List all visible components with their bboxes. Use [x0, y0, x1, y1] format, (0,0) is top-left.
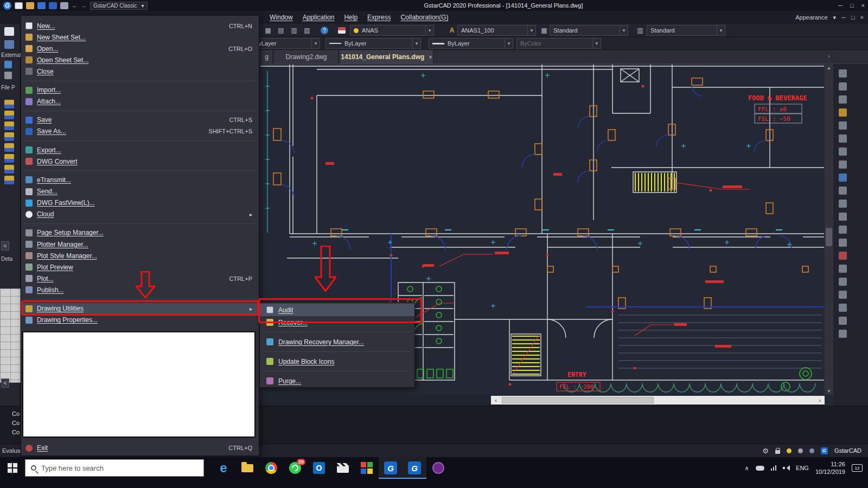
mdi-close-button[interactable]: × [860, 14, 864, 21]
open-icon[interactable] [26, 2, 34, 9]
scroll-down-icon[interactable]: ▼ [825, 387, 833, 395]
new-icon[interactable] [15, 2, 23, 9]
plot-icon[interactable] [60, 2, 68, 9]
gstarcad-logo-icon[interactable]: G [3, 2, 11, 10]
menu-item-export[interactable]: Export... [21, 144, 259, 156]
isolate-icon[interactable] [798, 448, 803, 453]
menu-item-cloud[interactable]: Cloud▸ [21, 209, 259, 220]
dim-style-icon[interactable]: ▦ [539, 25, 550, 36]
mdi-minimize-button[interactable]: ─ [841, 14, 846, 21]
minimize-button[interactable]: ─ [838, 2, 843, 9]
right-tool-icon[interactable] [839, 160, 847, 169]
right-tool-icon[interactable] [839, 121, 847, 130]
collapse-panel2-button[interactable]: < [1, 378, 9, 388]
menu-item-page-setup-manager[interactable]: Page Setup Manager... [21, 227, 259, 239]
notification-center-icon[interactable]: 12 [852, 464, 863, 472]
layers-icon[interactable] [4, 40, 14, 49]
detail-table[interactable] [0, 288, 21, 383]
menu-item-dwg-convert[interactable]: DWG Convert [21, 156, 259, 167]
right-tool-icon[interactable] [839, 317, 847, 325]
tab-drawing2[interactable]: Drawing2.dwg [275, 50, 339, 64]
right-tool-icon[interactable] [839, 147, 847, 156]
right-tool-icon[interactable] [839, 200, 847, 208]
save-as-icon[interactable] [49, 2, 57, 9]
menu-item-open[interactable]: Open...CTRL+O [21, 43, 259, 54]
xref-item-icon[interactable] [4, 100, 14, 108]
xref-item-icon[interactable] [4, 111, 14, 119]
xref-item-icon[interactable] [4, 132, 14, 141]
right-tool-icon[interactable] [839, 174, 847, 182]
layer-combo[interactable]: ANAS ▾ [350, 25, 434, 36]
right-tool-icon[interactable] [839, 108, 847, 117]
menu-item-open-sheet-set[interactable]: Open Sheet Set... [21, 54, 259, 66]
menu-item-publish[interactable]: Publish... [21, 284, 259, 296]
plot-style-combo[interactable]: ByColor ▾ [516, 38, 601, 49]
right-tool-icon[interactable] [839, 252, 847, 260]
right-tool-icon[interactable] [839, 213, 847, 221]
tab-general-plans[interactable]: 141014_General Plans.dwg × [340, 50, 433, 64]
vertical-scrollbar[interactable]: ▲ ▼ [825, 64, 833, 395]
menu-item-send[interactable]: Send... [21, 186, 259, 197]
xref-item-icon[interactable] [4, 165, 14, 174]
menu-collaboration[interactable]: Collaboration(G) [395, 14, 453, 21]
collapse-panel-button[interactable]: < [1, 241, 9, 251]
menu-item-save-as[interactable]: Save As...SHIFT+CTRL+S [21, 126, 259, 137]
tab-close-icon[interactable]: × [429, 54, 432, 60]
menu-item-plot-style-manager[interactable]: Plot Style Manager... [21, 250, 259, 261]
appearance-menu[interactable]: Appearance [795, 14, 827, 21]
redo-icon[interactable]: → [81, 2, 87, 9]
save-icon[interactable] [37, 2, 46, 9]
external-ref2-icon[interactable] [4, 72, 12, 79]
submenu-item-recover[interactable]: Recover... [260, 316, 414, 329]
text-style-icon[interactable]: A [446, 25, 457, 36]
right-tool-icon[interactable] [839, 95, 847, 104]
horizontal-scrollbar[interactable]: ‹ › [491, 396, 825, 404]
right-tool-icon[interactable] [839, 187, 847, 195]
menu-express[interactable]: Express [362, 14, 395, 21]
language-indicator[interactable]: ENG [796, 465, 809, 471]
volume-icon[interactable] [783, 465, 789, 471]
help-icon[interactable]: ? [319, 25, 330, 36]
submenu-item-purge[interactable]: Purge... [260, 375, 414, 387]
tray-chevron-icon[interactable]: ∧ [745, 465, 749, 472]
menu-item-dwg-fastview[interactable]: DWG FastView(L)... [21, 197, 259, 209]
table-style-icon[interactable]: ▥ [635, 25, 646, 36]
quik-icon[interactable] [426, 457, 450, 479]
right-tool-icon[interactable] [839, 278, 847, 286]
undo-icon[interactable]: ← [72, 2, 78, 9]
right-tool-icon[interactable] [839, 265, 847, 273]
bulb-icon[interactable] [787, 448, 792, 453]
linetype-combo[interactable]: ByLayer ▾ [326, 38, 421, 49]
gstarcad-taskbar-icon-1[interactable]: G [379, 457, 403, 479]
edge-icon[interactable]: e [212, 457, 235, 479]
scroll-left-icon[interactable]: ‹ [491, 396, 501, 404]
start-button[interactable] [0, 457, 25, 479]
submenu-item-audit[interactable]: Audit [260, 304, 414, 316]
menu-item-save[interactable]: SaveCTRL+S [21, 114, 259, 126]
xref-item-icon[interactable] [4, 176, 14, 184]
video-editor-icon[interactable] [331, 457, 355, 479]
right-tool-icon[interactable] [839, 291, 847, 299]
file-explorer-icon[interactable] [235, 457, 259, 479]
clean-screen-icon[interactable] [809, 448, 814, 453]
text-style-combo[interactable]: ANAS1_100 ▾ [457, 25, 536, 36]
sheet-set-manager-icon[interactable]: ▥ [289, 25, 299, 36]
dim-style-combo[interactable]: Standard ▾ [550, 25, 628, 36]
vertical-scroll-thumb[interactable] [826, 228, 832, 246]
menu-item-new[interactable]: New...CTRL+N [21, 20, 259, 31]
layer-properties-icon[interactable] [336, 25, 347, 36]
external-ref-icon[interactable] [4, 61, 12, 68]
xref-item-icon[interactable] [4, 121, 14, 130]
properties-palette-icon[interactable]: ▦ [263, 25, 273, 36]
scroll-up-icon[interactable]: ▲ [825, 64, 833, 72]
menu-item-plot[interactable]: Plot...CTRL+P [21, 273, 259, 284]
menu-item-exit[interactable]: ExitCTRL+Q [21, 442, 259, 454]
onedrive-icon[interactable] [756, 466, 764, 471]
horizontal-scroll-thumb[interactable] [502, 397, 654, 403]
taskbar-search-input[interactable]: Type here to search [25, 459, 204, 477]
right-tool-icon[interactable] [839, 304, 847, 312]
workspace-combo[interactable]: GstarCAD Classic ▾ [90, 2, 148, 10]
right-tool-icon[interactable] [839, 226, 847, 234]
chrome-icon[interactable] [259, 457, 283, 479]
right-tool-icon[interactable] [839, 134, 847, 143]
